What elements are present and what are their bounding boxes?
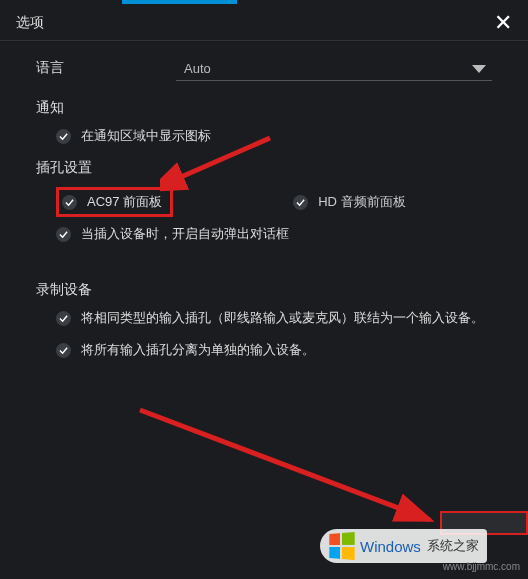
- split-inputs-row: 将所有输入插孔分离为单独的输入设备。: [56, 341, 492, 359]
- chevron-down-icon: [472, 65, 486, 73]
- show-tray-icon-row: 在通知区域中显示图标: [56, 127, 492, 145]
- merge-inputs-label: 将相同类型的输入插孔（即线路输入或麦克风）联结为一个输入设备。: [81, 309, 484, 327]
- show-tray-icon-checkbox[interactable]: [56, 129, 71, 144]
- language-row: 语言 Auto: [36, 57, 492, 81]
- check-icon: [59, 230, 68, 239]
- jack-section-label: 插孔设置: [36, 159, 492, 177]
- hd-audio-checkbox[interactable]: [293, 195, 308, 210]
- split-inputs-checkbox[interactable]: [56, 343, 71, 358]
- auto-popup-label: 当插入设备时，开启自动弹出对话框: [81, 225, 289, 243]
- check-icon: [296, 198, 305, 207]
- dialog-header: 选项 ✕: [0, 4, 528, 41]
- check-icon: [59, 132, 68, 141]
- recording-section-label: 录制设备: [36, 281, 492, 299]
- hd-audio-row: HD 音频前面板: [293, 193, 405, 211]
- show-tray-icon-label: 在通知区域中显示图标: [81, 127, 211, 145]
- language-select[interactable]: Auto: [176, 57, 492, 81]
- auto-popup-checkbox[interactable]: [56, 227, 71, 242]
- ac97-label: AC97 前面板: [87, 193, 162, 211]
- hd-audio-label: HD 音频前面板: [318, 193, 405, 211]
- watermark-brand: Windows: [360, 538, 421, 555]
- notification-section-label: 通知: [36, 99, 492, 117]
- watermark-url: www.bjjmmc.com: [443, 561, 520, 573]
- front-panel-row: AC97 前面板 HD 音频前面板: [56, 187, 492, 217]
- language-label: 语言: [36, 59, 176, 81]
- watermark-sub: 系统之家: [427, 537, 479, 555]
- dialog-content: 语言 Auto 通知 在通知区域中显示图标 插孔设置 AC97 前面板 HD 音…: [0, 41, 528, 359]
- ac97-highlight: AC97 前面板: [56, 187, 173, 217]
- ac97-checkbox[interactable]: [62, 195, 77, 210]
- split-inputs-label: 将所有输入插孔分离为单独的输入设备。: [81, 341, 315, 359]
- annotation-arrow-icon: [130, 400, 450, 540]
- merge-inputs-checkbox[interactable]: [56, 311, 71, 326]
- check-icon: [59, 346, 68, 355]
- active-tab-indicator: [122, 0, 237, 4]
- merge-inputs-row: 将相同类型的输入插孔（即线路输入或麦克风）联结为一个输入设备。: [56, 309, 492, 327]
- windows-logo-icon: [329, 532, 354, 560]
- close-icon[interactable]: ✕: [490, 12, 516, 34]
- watermark-badge: Windows 系统之家: [320, 529, 487, 563]
- auto-popup-row: 当插入设备时，开启自动弹出对话框: [56, 225, 492, 243]
- language-selected-value: Auto: [184, 61, 211, 76]
- dialog-title: 选项: [16, 14, 44, 32]
- check-icon: [65, 198, 74, 207]
- check-icon: [59, 314, 68, 323]
- svg-line-1: [140, 410, 430, 520]
